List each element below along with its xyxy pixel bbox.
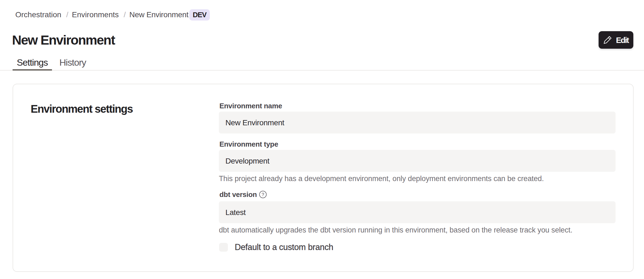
svg-text:?: ?: [262, 192, 264, 197]
